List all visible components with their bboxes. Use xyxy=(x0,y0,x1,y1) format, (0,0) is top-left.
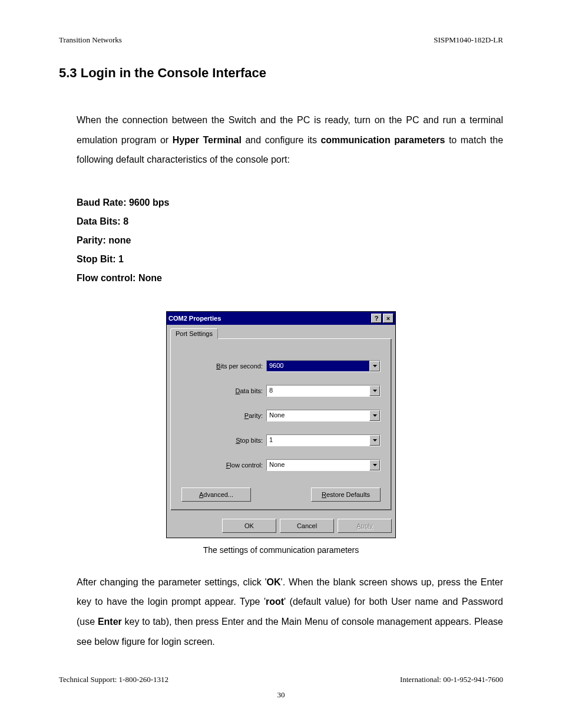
dialog-titlebar[interactable]: COM2 Properties ? × xyxy=(167,312,395,325)
svg-marker-0 xyxy=(373,365,377,367)
tab-port-settings[interactable]: Port Settings xyxy=(170,328,218,339)
tab-strip: Port Settings xyxy=(170,328,392,339)
apply-button[interactable]: Apply xyxy=(338,519,392,533)
svg-marker-4 xyxy=(373,464,377,466)
combo-data-bits[interactable]: 8 xyxy=(266,385,381,397)
parameter-list: Baud Rate: 9600 bps Data Bits: 8 Parity:… xyxy=(77,193,503,288)
chevron-down-icon[interactable] xyxy=(369,435,380,446)
combo-bits-per-second[interactable]: 9600 xyxy=(266,360,381,372)
section-number: 5.3 xyxy=(59,65,77,80)
svg-marker-2 xyxy=(373,414,377,417)
combo-value: 1 xyxy=(267,435,369,446)
combo-stop-bits[interactable]: 1 xyxy=(266,434,381,446)
section-title: Login in the Console Interface xyxy=(81,65,266,80)
chevron-down-icon[interactable] xyxy=(369,410,380,421)
header-left: Transition Networks xyxy=(59,35,122,45)
param-parity: Parity: none xyxy=(77,231,503,250)
figure-caption: The settings of communication parameters xyxy=(59,545,503,555)
combo-value: None xyxy=(267,410,369,421)
row-bits-per-second: Bits per second: 9600 xyxy=(181,360,381,372)
tab-panel: Bits per second: 9600 Data bits: 8 xyxy=(170,338,392,510)
combo-value: None xyxy=(267,460,369,470)
param-databits: Data Bits: 8 xyxy=(77,212,503,231)
chevron-down-icon[interactable] xyxy=(369,386,380,396)
label-data-bits: Data bits: xyxy=(181,387,266,394)
after-text-1: After changing the parameter settings, c… xyxy=(77,577,267,587)
param-baud: Baud Rate: 9600 bps xyxy=(77,193,503,212)
footer-left: Technical Support: 1-800-260-1312 xyxy=(59,675,168,684)
row-parity: Parity: None xyxy=(181,410,381,421)
intro-bold-1: Hyper Terminal xyxy=(173,135,242,145)
label-flow-control: Flow control: xyxy=(181,462,266,469)
row-data-bits: Data bits: 8 xyxy=(181,385,381,397)
after-text-4: key to tab), then press Enter and the Ma… xyxy=(77,617,503,647)
label-bits-per-second: Bits per second: xyxy=(181,363,266,370)
svg-marker-1 xyxy=(373,390,377,392)
restore-defaults-button[interactable]: Restore Defaults xyxy=(311,487,381,502)
page-number: 30 xyxy=(59,690,503,700)
page-footer: Technical Support: 1-800-260-1312 Intern… xyxy=(59,675,503,684)
combo-value: 8 xyxy=(267,386,369,396)
intro-text-2: and configure its xyxy=(242,135,320,145)
after-paragraph: After changing the parameter settings, c… xyxy=(77,572,503,651)
ok-button[interactable]: OK xyxy=(222,519,276,533)
cancel-button[interactable]: Cancel xyxy=(280,519,334,533)
label-stop-bits: Stop bits: xyxy=(181,437,266,444)
help-button[interactable]: ? xyxy=(371,314,382,323)
after-bold-3: Enter xyxy=(98,617,122,627)
page-header: Transition Networks SISPM1040-182D-LR xyxy=(59,35,503,45)
row-stop-bits: Stop bits: 1 xyxy=(181,434,381,446)
close-button[interactable]: × xyxy=(383,314,394,323)
param-stopbit: Stop Bit: 1 xyxy=(77,250,503,269)
after-bold-2: root xyxy=(266,597,284,607)
chevron-down-icon[interactable] xyxy=(369,361,380,371)
section-heading: 5.3 Login in the Console Interface xyxy=(59,65,503,81)
after-bold-1: OK xyxy=(267,577,281,587)
row-flow-control: Flow control: None xyxy=(181,459,381,471)
combo-flow-control[interactable]: None xyxy=(266,459,381,471)
param-flow: Flow control: None xyxy=(77,269,503,288)
footer-right: International: 00-1-952-941-7600 xyxy=(400,675,503,684)
com-properties-dialog: COM2 Properties ? × Port Settings Bits p… xyxy=(166,311,396,538)
intro-bold-2: communication parameters xyxy=(320,135,445,145)
combo-value: 9600 xyxy=(267,361,369,371)
chevron-down-icon[interactable] xyxy=(369,460,380,470)
label-parity: Parity: xyxy=(181,412,266,419)
advanced-button[interactable]: Advanced... xyxy=(181,487,251,502)
dialog-footer: OK Cancel Apply xyxy=(167,514,395,538)
svg-marker-3 xyxy=(373,439,377,442)
combo-parity[interactable]: None xyxy=(266,410,381,421)
dialog-title: COM2 Properties xyxy=(168,315,370,322)
header-right: SISPM1040-182D-LR xyxy=(434,35,503,45)
intro-paragraph: When the connection between the Switch a… xyxy=(77,110,503,170)
